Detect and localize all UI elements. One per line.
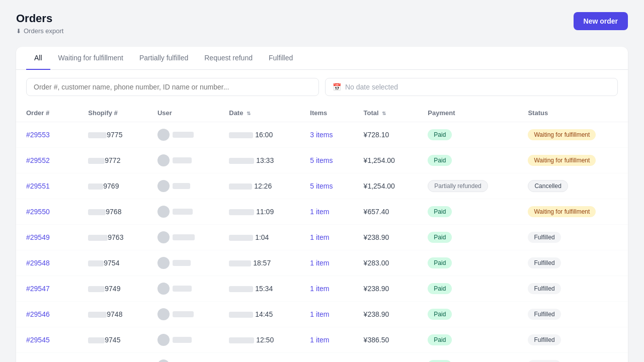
user-name-blur	[173, 132, 194, 138]
tab-waiting[interactable]: Waiting for fulfillment	[50, 47, 131, 70]
payment-badge: Paid	[428, 129, 452, 140]
status-cell: Fulfilled	[518, 250, 628, 276]
user-avatar	[157, 129, 170, 141]
date-cell: 2:28	[219, 353, 300, 363]
items-cell: 1 item	[300, 250, 353, 276]
items-cell: 3 items	[300, 122, 353, 148]
user-cell	[147, 225, 219, 250]
status-badge: Fulfilled	[528, 360, 560, 362]
new-order-button[interactable]: New order	[574, 12, 628, 30]
blurred-shopify-prefix	[88, 158, 105, 164]
user-name-blur	[173, 183, 190, 189]
order-link[interactable]: #29551	[26, 182, 50, 190]
user-name-blur	[173, 337, 192, 343]
status-cell: Cancelled	[518, 173, 628, 199]
table-row: #29549 9763 1:04 1 item ¥238.90 Paid Ful…	[16, 225, 628, 250]
blurred-shopify-prefix	[88, 209, 106, 215]
shopify-num: 9772	[78, 148, 147, 173]
user-name-blur	[173, 234, 195, 240]
date-picker[interactable]: 📅 No date selected	[325, 78, 618, 96]
order-link[interactable]: #29546	[26, 310, 50, 318]
user-cell	[147, 173, 219, 199]
user-cell	[147, 276, 219, 302]
tab-partially[interactable]: Partially fulfilled	[131, 47, 196, 70]
items-link[interactable]: 1 item	[310, 310, 329, 318]
user-name-blur	[173, 311, 194, 317]
date-blur	[229, 337, 254, 343]
date-cell: 12:50	[219, 327, 300, 353]
user-name-blur	[173, 260, 191, 266]
search-input[interactable]	[26, 78, 319, 96]
export-label: Orders export	[24, 27, 63, 35]
order-link[interactable]: #29550	[26, 208, 50, 216]
items-link[interactable]: 1 item	[310, 233, 329, 241]
payment-cell: Paid	[418, 250, 518, 276]
col-items: Items	[300, 104, 353, 122]
orders-table: Order # Shopify # User Date ⇅ Items Tota…	[16, 104, 628, 362]
payment-cell: Paid	[418, 353, 518, 363]
tab-all[interactable]: All	[26, 47, 50, 70]
date-cell: 12:26	[219, 173, 300, 199]
order-link[interactable]: #29547	[26, 285, 50, 293]
total-cell: ¥283.00	[354, 250, 418, 276]
items-link[interactable]: 1 item	[310, 208, 329, 216]
user-avatar	[157, 231, 170, 243]
order-link[interactable]: #29548	[26, 259, 50, 267]
status-cell: Waiting for fulfillment	[518, 148, 628, 173]
shopify-num: 9744	[78, 353, 147, 363]
items-cell: 1 item	[300, 327, 353, 353]
payment-cell: Paid	[418, 122, 518, 148]
table-row: #29551 9769 12:26 5 items ¥1,254.00 Part…	[16, 173, 628, 199]
items-link[interactable]: 1 item	[310, 259, 329, 267]
user-cell	[147, 122, 219, 148]
date-blur	[229, 132, 253, 138]
order-link[interactable]: #29549	[26, 233, 50, 241]
shopify-num: 9769	[78, 173, 147, 199]
tabs-container: All Waiting for fulfillment Partially fu…	[16, 47, 628, 70]
total-cell: ¥816.30	[354, 353, 418, 363]
payment-cell: Partially refunded	[418, 173, 518, 199]
payment-cell: Paid	[418, 225, 518, 250]
items-cell: 1 item	[300, 276, 353, 302]
status-badge: Fulfilled	[528, 334, 560, 345]
status-badge: Cancelled	[528, 180, 568, 192]
table-row: #29545 9745 12:50 1 item ¥386.50 Paid Fu…	[16, 327, 628, 353]
status-cell: Fulfilled	[518, 225, 628, 250]
items-link[interactable]: 1 item	[310, 285, 329, 293]
items-link[interactable]: 5 items	[310, 156, 333, 164]
col-date[interactable]: Date ⇅	[219, 104, 300, 122]
table-row: #29552 9772 13:33 5 items ¥1,254.00 Paid…	[16, 148, 628, 173]
col-total[interactable]: Total ⇅	[354, 104, 418, 122]
payment-badge: Paid	[428, 155, 452, 166]
table-row: #29544 9744 2:28 2 items ¥816.30 Paid Fu…	[16, 353, 628, 363]
table-row: #29546 9748 14:45 1 item ¥238.90 Paid Fu…	[16, 302, 628, 327]
export-icon: ⬇	[16, 28, 21, 35]
blurred-shopify-prefix	[88, 132, 107, 138]
items-link[interactable]: 3 items	[310, 131, 333, 139]
table-row: #29550 9768 11:09 1 item ¥657.40 Paid Wa…	[16, 199, 628, 225]
payment-badge: Paid	[428, 334, 452, 345]
user-avatar	[157, 154, 170, 166]
status-cell: Fulfilled	[518, 276, 628, 302]
date-cell: 15:34	[219, 276, 300, 302]
tab-refund[interactable]: Request refund	[196, 47, 261, 70]
table-row: #29553 9775 16:00 3 items ¥728.10 Paid W…	[16, 122, 628, 148]
order-link[interactable]: #29545	[26, 336, 50, 344]
blurred-shopify-prefix	[88, 337, 105, 343]
items-cell: 2 items	[300, 353, 353, 363]
items-link[interactable]: 5 items	[310, 182, 333, 190]
status-cell: Fulfilled	[518, 302, 628, 327]
status-badge: Fulfilled	[528, 283, 560, 294]
status-badge: Fulfilled	[528, 257, 560, 268]
export-link[interactable]: ⬇ Orders export	[16, 27, 63, 35]
tab-fulfilled[interactable]: Fulfilled	[261, 47, 301, 70]
payment-cell: Paid	[418, 327, 518, 353]
order-link[interactable]: #29552	[26, 156, 50, 164]
items-link[interactable]: 1 item	[310, 336, 329, 344]
date-cell: 14:45	[219, 302, 300, 327]
user-name-blur	[173, 157, 192, 163]
total-cell: ¥238.90	[354, 276, 418, 302]
total-cell: ¥238.90	[354, 225, 418, 250]
order-link[interactable]: #29553	[26, 131, 50, 139]
shopify-num: 9775	[78, 122, 147, 148]
